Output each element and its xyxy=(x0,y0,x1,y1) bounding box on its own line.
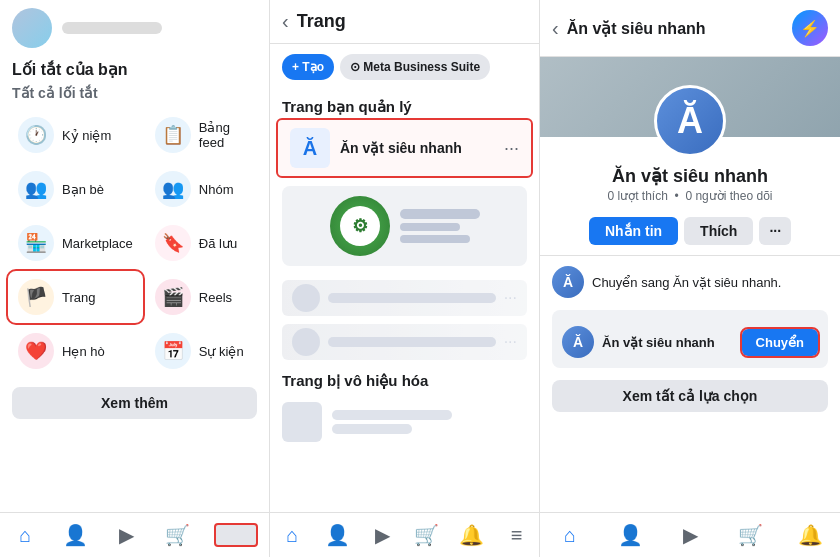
ad-logo-inner: ⚙ xyxy=(340,206,380,246)
nhom-icon: 👥 xyxy=(155,171,191,207)
an-vat-page-name: Ăn vặt siêu nhanh xyxy=(340,140,462,156)
nhom-label: Nhóm xyxy=(199,182,234,197)
mid-nav-friends-icon[interactable]: 👤 xyxy=(323,521,351,549)
right-page-name: Ăn vặt siêu nhanh xyxy=(552,165,828,187)
blurred-row-1: ··· xyxy=(282,280,527,316)
managed-pages-title: Trang bạn quản lý xyxy=(270,90,539,120)
shortcut-trang[interactable]: 🏴 Trang xyxy=(8,271,143,323)
right-nav-bell-icon[interactable]: 🔔 xyxy=(796,521,824,549)
right-title: Ăn vặt siêu nhanh xyxy=(567,19,784,38)
middle-panel: ‹ Trang + Tạo ⊙ Meta Business Suite Tran… xyxy=(270,0,540,557)
shortcut-bang-feed[interactable]: 📋 Bảng feed xyxy=(145,109,261,161)
shortcuts-grid: 🕐 Kỷ niệm 📋 Bảng feed 👥 Bạn bè 👥 Nhóm 🏪 … xyxy=(0,105,269,381)
right-page-avatar: Ă xyxy=(654,85,726,157)
disabled-avatar xyxy=(282,402,322,442)
middle-action-buttons: + Tạo ⊙ Meta Business Suite xyxy=(270,44,539,90)
su-kien-label: Sự kiện xyxy=(199,344,244,359)
mid-nav-bell-icon[interactable]: 🔔 xyxy=(458,521,486,549)
switch-item: Ă Ăn vặt siêu nhanh Chuyển xyxy=(562,326,818,358)
hen-ho-icon: ❤️ xyxy=(18,333,54,369)
switch-account-row: Ă Chuyển sang Ăn vặt siêu nhanh. xyxy=(540,260,840,304)
right-panel: ‹ Ăn vặt siêu nhanh ⚡ Ă Ăn vặt siêu nhan… xyxy=(540,0,840,557)
mid-nav-marketplace-icon[interactable]: 🛒 xyxy=(413,521,441,549)
shortcut-marketplace[interactable]: 🏪 Marketplace xyxy=(8,217,143,269)
an-vat-page-item[interactable]: Ă Ăn vặt siêu nhanh ··· xyxy=(278,120,531,176)
right-nav-watch-icon[interactable]: ▶ xyxy=(676,521,704,549)
right-nav-friends-icon[interactable]: 👤 xyxy=(616,521,644,549)
blurred-text-1 xyxy=(328,293,496,303)
right-nav-home-icon[interactable]: ⌂ xyxy=(556,521,584,549)
nav-rect-highlighted[interactable] xyxy=(214,523,258,547)
right-cover-photo: Ă xyxy=(540,57,840,137)
nav-watch-icon[interactable]: ▶ xyxy=(112,521,140,549)
nav-home-icon[interactable]: ⌂ xyxy=(11,521,39,549)
disabled-line-2 xyxy=(332,424,412,434)
shortcut-hen-ho[interactable]: ❤️ Hẹn hò xyxy=(8,325,143,377)
ban-be-icon: 👥 xyxy=(18,171,54,207)
ky-niem-icon: 🕐 xyxy=(18,117,54,153)
blurred-row-2: ··· xyxy=(282,324,527,360)
shortcut-da-luu[interactable]: 🔖 Đã lưu xyxy=(145,217,261,269)
blurred-avatar-2 xyxy=(292,328,320,356)
an-vat-page-avatar: Ă xyxy=(290,128,330,168)
right-nav-marketplace-icon[interactable]: 🛒 xyxy=(736,521,764,549)
ban-be-label: Bạn bè xyxy=(62,182,104,197)
da-luu-icon: 🔖 xyxy=(155,225,191,261)
ky-niem-label: Kỷ niệm xyxy=(62,128,111,143)
all-shortcuts-label: Tất cả lối tắt xyxy=(0,83,269,105)
bang-feed-icon: 📋 xyxy=(155,117,191,153)
bang-feed-label: Bảng feed xyxy=(199,120,251,150)
left-panel: Lối tắt của bạn Tất cả lối tắt 🕐 Kỷ niệm… xyxy=(0,0,270,557)
middle-back-button[interactable]: ‹ xyxy=(282,10,289,33)
switch-mini-avatar: Ă xyxy=(552,266,584,298)
reels-label: Reels xyxy=(199,290,232,305)
user-name-blurred xyxy=(62,22,162,34)
trang-label: Trang xyxy=(62,290,95,305)
thich-button[interactable]: Thích xyxy=(684,217,753,245)
mid-nav-home-icon[interactable]: ⌂ xyxy=(278,521,306,549)
shortcut-su-kien[interactable]: 📅 Sự kiện xyxy=(145,325,261,377)
ad-logo-area: ⚙ xyxy=(282,186,527,266)
disabled-page-item xyxy=(270,394,539,450)
shortcut-reels[interactable]: 🎬 Reels xyxy=(145,271,261,323)
switch-label-area: Chuyển sang Ăn vặt siêu nhanh. xyxy=(592,273,828,291)
middle-title: Trang xyxy=(297,11,527,32)
left-header xyxy=(0,0,269,52)
blurred-text-2 xyxy=(328,337,496,347)
shortcuts-section-title: Lối tắt của bạn xyxy=(0,52,269,83)
page-dots-menu[interactable]: ··· xyxy=(504,138,519,159)
mid-nav-menu-icon[interactable]: ≡ xyxy=(503,521,531,549)
left-bottom-nav: ⌂ 👤 ▶ 🛒 xyxy=(0,512,269,557)
disabled-line-1 xyxy=(332,410,452,420)
reels-icon: 🎬 xyxy=(155,279,191,315)
nhan-tin-button[interactable]: Nhắn tin xyxy=(589,217,678,245)
right-back-button[interactable]: ‹ xyxy=(552,17,559,40)
disabled-text-block xyxy=(332,410,452,434)
shortcut-ky-niem[interactable]: 🕐 Kỷ niệm xyxy=(8,109,143,161)
mid-nav-watch-icon[interactable]: ▶ xyxy=(368,521,396,549)
xem-tat-ca-button[interactable]: Xem tất cả lựa chọn xyxy=(552,380,828,412)
meta-button[interactable]: ⊙ Meta Business Suite xyxy=(340,54,490,80)
ad-logo-circle: ⚙ xyxy=(330,196,390,256)
messenger-icon[interactable]: ⚡ xyxy=(792,10,828,46)
switch-label: Chuyển sang Ăn vặt siêu nhanh. xyxy=(592,275,781,290)
right-page-stats: 0 lượt thích • 0 người theo dõi xyxy=(552,189,828,203)
shortcut-nhom[interactable]: 👥 Nhóm xyxy=(145,163,261,215)
right-dots-button[interactable]: ··· xyxy=(759,217,791,245)
switch-item-avatar: Ă xyxy=(562,326,594,358)
shortcut-ban-be[interactable]: 👥 Bạn bè xyxy=(8,163,143,215)
disabled-pages-title: Trang bị vô hiệu hóa xyxy=(270,364,539,394)
right-bottom-nav: ⌂ 👤 ▶ 🛒 🔔 xyxy=(540,512,840,557)
su-kien-icon: 📅 xyxy=(155,333,191,369)
trang-icon: 🏴 xyxy=(18,279,54,315)
marketplace-label: Marketplace xyxy=(62,236,133,251)
xem-them-button[interactable]: Xem thêm xyxy=(12,387,257,419)
chuyen-button[interactable]: Chuyển xyxy=(742,329,818,356)
hen-ho-label: Hẹn hò xyxy=(62,344,105,359)
nav-friends-icon[interactable]: 👤 xyxy=(62,521,90,549)
switch-section: Ă Ăn vặt siêu nhanh Chuyển xyxy=(552,310,828,368)
blurred-avatar-1 xyxy=(292,284,320,312)
nav-marketplace-nav-icon[interactable]: 🛒 xyxy=(163,521,191,549)
tao-button[interactable]: + Tạo xyxy=(282,54,334,80)
marketplace-icon: 🏪 xyxy=(18,225,54,261)
